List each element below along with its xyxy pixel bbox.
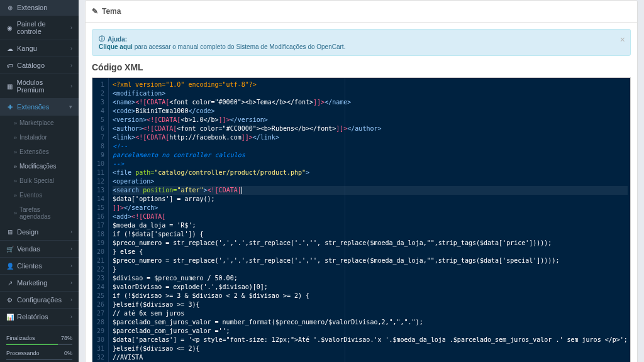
chevron-right-icon: › — [70, 25, 72, 31]
close-icon[interactable]: × — [620, 35, 625, 45]
pencil-icon: ✎ — [92, 7, 98, 16]
sidebar-stats: Finalizados78% Processando0% Outras situ… — [0, 329, 79, 362]
nav-item-extension[interactable]: ⊕Extension — [0, 0, 79, 16]
stat-value: 78% — [61, 335, 72, 341]
chevron-down-icon: ▾ — [69, 104, 72, 110]
nav-extensoes[interactable]: ✚Extensões ▾ — [0, 99, 79, 116]
panel-title: Tema — [102, 7, 121, 16]
sub-item-eventos[interactable]: »Eventos — [0, 188, 79, 202]
panel: ✎ Tema ⓘAjuda: Clique aqui para acessar … — [85, 0, 638, 362]
chevron-right-icon: › — [70, 263, 72, 269]
chevron-right-icon: › — [70, 297, 72, 303]
nav-item-painel-de-controle[interactable]: ◉Painel de controle› — [0, 16, 79, 40]
help-link[interactable]: Clique aqui — [99, 43, 133, 50]
sub-item-modificações[interactable]: »Modificações — [0, 159, 79, 173]
sub-item-bulk-special[interactable]: »Bulk Special — [0, 173, 79, 188]
stat-value: 0% — [64, 350, 72, 356]
code-area[interactable]: <?xml version="1.0" encoding="utf-8"?><m… — [109, 78, 631, 362]
nav-item-vendas[interactable]: 🛒Vendas› — [0, 241, 79, 258]
main-content: ✎ Tema ⓘAjuda: Clique aqui para acessar … — [79, 0, 644, 362]
chevron-right-icon: › — [70, 45, 72, 52]
section-title: Código XML — [92, 62, 631, 72]
nav-item-kangu[interactable]: ☁Kangu› — [0, 40, 79, 57]
code-editor[interactable]: 12345678 -91011 -1213 -14151617181920212… — [92, 77, 631, 362]
nav-item-design[interactable]: 🖥Design› — [0, 224, 79, 241]
nav-item-marketing[interactable]: ↗Marketing› — [0, 275, 79, 292]
nav-item-módulos-premium[interactable]: ▦Módulos Premium› — [0, 74, 79, 99]
chevron-right-icon: › — [70, 62, 72, 69]
chevron-right-icon: › — [70, 314, 72, 320]
chevron-right-icon: › — [70, 229, 72, 235]
sub-item-instalador[interactable]: »Instalador — [0, 130, 79, 145]
sidebar: ⊕Extension◉Painel de controle›☁Kangu›🏷Ca… — [0, 0, 79, 362]
help-alert: ⓘAjuda: Clique aqui para acessar o manua… — [92, 29, 631, 56]
sub-item-marketplace[interactable]: »Marketplace — [0, 116, 79, 130]
info-icon: ⓘ — [99, 35, 105, 43]
chevron-right-icon: › — [70, 246, 72, 252]
sub-item-tarefas-agendadas[interactable]: »Tarefas agendadas — [0, 202, 79, 224]
nav-item-clientes[interactable]: 👤Clientes› — [0, 258, 79, 275]
puzzle-icon: ✚ — [6, 104, 13, 111]
panel-header: ✎ Tema — [86, 1, 637, 23]
stat-label: Finalizados — [6, 335, 35, 341]
chevron-right-icon: › — [70, 83, 72, 89]
line-gutter: 12345678 -91011 -1213 -14151617181920212… — [92, 78, 109, 362]
stat-label: Processando — [6, 350, 40, 356]
chevron-right-icon: › — [70, 280, 72, 286]
nav-item-relatórios[interactable]: 📊Relatórios› — [0, 309, 79, 326]
nav-item-configurações[interactable]: ⚙Configurações› — [0, 292, 79, 309]
sub-item-extensões[interactable]: »Extensões — [0, 145, 79, 159]
nav-item-catálogo[interactable]: 🏷Catálogo› — [0, 57, 79, 74]
